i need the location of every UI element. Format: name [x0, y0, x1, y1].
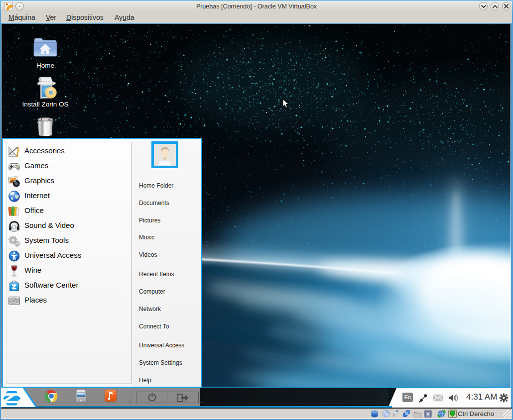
- svg-text:V: V: [426, 412, 429, 417]
